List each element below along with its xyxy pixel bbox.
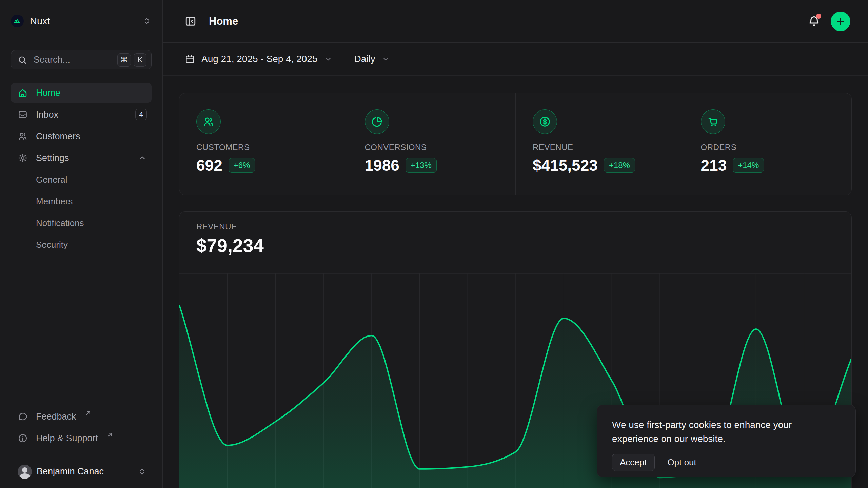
sidebar-item-label: Settings: [36, 153, 69, 163]
page-title: Home: [209, 15, 238, 27]
cookie-banner: We use first-party cookies to enhance yo…: [597, 405, 856, 477]
granularity-select[interactable]: Daily: [354, 54, 390, 64]
revenue-value: $79,234: [196, 235, 851, 257]
info-circle-icon: [18, 433, 28, 443]
opt-out-button[interactable]: Opt out: [668, 457, 696, 468]
sidebar-item-customers[interactable]: Customers: [11, 126, 152, 146]
stat-label: REVENUE: [533, 143, 684, 152]
search-input[interactable]: Search... ⌘ K: [11, 50, 152, 69]
external-link-icon: [85, 410, 91, 416]
nuxt-logo-icon: [11, 15, 24, 27]
plus-icon: [835, 16, 846, 26]
stat-value: 692: [196, 156, 222, 175]
stat-card-orders[interactable]: ORDERS 213 +14%: [684, 93, 852, 195]
toolbar: Aug 21, 2025 - Sep 4, 2025 Daily: [163, 43, 868, 76]
chevron-down-icon: [324, 55, 333, 63]
stat-label: ORDERS: [701, 143, 852, 152]
stat-delta-badge: +6%: [229, 158, 255, 173]
external-link-icon: [107, 432, 113, 438]
header: Home: [163, 0, 868, 43]
sidebar-item-notifications[interactable]: Notifications: [11, 213, 152, 233]
sidebar-nav: Home Inbox 4 Customers: [11, 83, 152, 255]
sidebar-item-inbox[interactable]: Inbox 4: [11, 105, 152, 124]
side-link-label: Feedback: [36, 411, 76, 422]
select-chevrons-icon: [137, 467, 147, 476]
sidebar: Nuxt Search... ⌘ K Home: [0, 0, 163, 488]
pie-chart-icon: [365, 109, 389, 134]
stat-value: 213: [701, 156, 727, 175]
chat-bubble-icon: [18, 411, 28, 422]
sidebar-item-label: Inbox: [36, 109, 58, 120]
users-icon: [18, 131, 28, 141]
sidebar-item-members[interactable]: Members: [11, 191, 152, 211]
inbox-icon: [18, 109, 28, 120]
sidebar-collapse-icon[interactable]: [184, 15, 197, 27]
chevron-down-icon: [381, 55, 390, 63]
notification-dot: [816, 14, 821, 19]
kbd-cmd: ⌘: [117, 53, 131, 67]
workspace-switcher[interactable]: Nuxt: [11, 9, 152, 33]
stat-card-customers[interactable]: CUSTOMERS 692 +6%: [179, 93, 348, 195]
select-chevrons-icon: [142, 16, 152, 26]
side-link-label: Help & Support: [36, 433, 98, 444]
cookie-message: We use first-party cookies to enhance yo…: [612, 418, 826, 446]
stat-label: CUSTOMERS: [196, 143, 348, 152]
dollar-circle-icon: [533, 109, 557, 134]
settings-subnav: General Members Notifications Security: [11, 170, 152, 255]
chevron-up-icon: [138, 154, 147, 162]
stat-card-conversions[interactable]: CONVERSIONS 1986 +13%: [348, 93, 516, 195]
search-icon: [17, 55, 27, 65]
stat-label: CONVERSIONS: [365, 143, 516, 152]
add-button[interactable]: [831, 12, 850, 31]
accept-button[interactable]: Accept: [612, 454, 655, 471]
notifications-button[interactable]: [808, 15, 821, 28]
subnav-label: Notifications: [36, 218, 84, 228]
sidebar-item-home[interactable]: Home: [11, 83, 152, 103]
users-icon: [196, 109, 221, 134]
user-menu[interactable]: Benjamin Canac: [11, 465, 152, 479]
sidebar-user-section: Benjamin Canac: [0, 455, 162, 488]
date-range-picker[interactable]: Aug 21, 2025 - Sep 4, 2025: [184, 54, 333, 64]
stat-delta-badge: +18%: [604, 158, 635, 173]
revenue-label: REVENUE: [196, 222, 851, 231]
date-range-label: Aug 21, 2025 - Sep 4, 2025: [201, 54, 318, 64]
cart-icon: [701, 109, 725, 134]
sidebar-item-general[interactable]: General: [11, 170, 152, 189]
stat-card-revenue[interactable]: REVENUE $415,523 +18%: [515, 93, 684, 195]
workspace-name: Nuxt: [30, 16, 50, 27]
stat-value: $415,523: [533, 156, 598, 175]
search-placeholder: Search...: [34, 55, 70, 65]
stat-value: 1986: [365, 156, 399, 175]
sidebar-item-settings[interactable]: Settings: [11, 148, 152, 168]
gear-icon: [18, 153, 28, 163]
subnav-label: General: [36, 175, 67, 185]
sidebar-footer-links: Feedback Help & Support: [11, 407, 152, 448]
sidebar-item-label: Home: [36, 88, 60, 98]
avatar: [18, 465, 32, 479]
stats-panel: CUSTOMERS 692 +6% CONVERSIONS 1986 +13%: [179, 93, 852, 195]
calendar-icon: [184, 54, 195, 64]
search-kbd-hint: ⌘ K: [117, 53, 146, 67]
sidebar-item-label: Customers: [36, 131, 80, 142]
stat-delta-badge: +13%: [406, 158, 437, 173]
feedback-link[interactable]: Feedback: [11, 407, 152, 426]
subnav-label: Security: [36, 240, 68, 250]
kbd-k: K: [134, 53, 146, 67]
help-support-link[interactable]: Help & Support: [11, 428, 152, 448]
stat-delta-badge: +14%: [733, 158, 764, 173]
home-icon: [18, 88, 28, 98]
main-area: Home Aug 21,: [163, 0, 868, 488]
user-name: Benjamin Canac: [37, 466, 104, 477]
subnav-label: Members: [36, 196, 73, 207]
inbox-count-badge: 4: [135, 109, 147, 120]
sidebar-item-security[interactable]: Security: [11, 235, 152, 255]
granularity-label: Daily: [354, 54, 375, 64]
